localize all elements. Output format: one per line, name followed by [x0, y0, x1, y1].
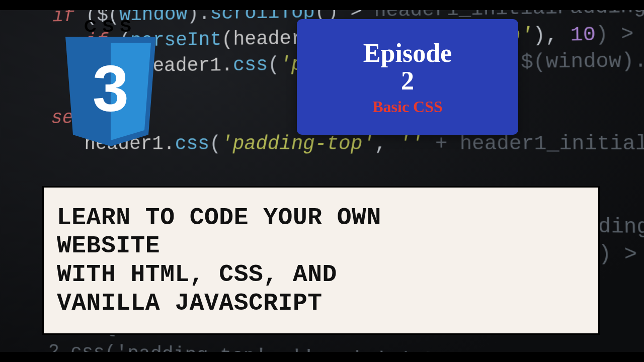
episode-badge: Episode 2 Basic CSS — [297, 19, 518, 135]
title-line-4: VANILLA JAVASCRIPT — [57, 289, 585, 318]
css3-logo-glyph: 3 — [63, 37, 158, 147]
title-line-1: LEARN TO CODE YOUR OWN — [57, 204, 585, 232]
title-card: LEARN TO CODE YOUR OWN WEBSITE WITH HTML… — [42, 186, 600, 335]
episode-word: Episode — [363, 38, 452, 68]
css3-logo-label: CSS — [60, 16, 161, 36]
episode-number: 2 — [401, 66, 414, 96]
letterbox-bottom — [0, 352, 644, 362]
css3-shield-icon: 3 — [63, 37, 158, 147]
letterbox-top — [0, 0, 644, 10]
title-line-2: WEBSITE — [57, 232, 585, 260]
episode-subtitle: Basic CSS — [372, 98, 443, 116]
css3-logo: CSS 3 — [60, 16, 161, 147]
title-line-3: WITH HTML, CSS, AND — [57, 260, 585, 289]
